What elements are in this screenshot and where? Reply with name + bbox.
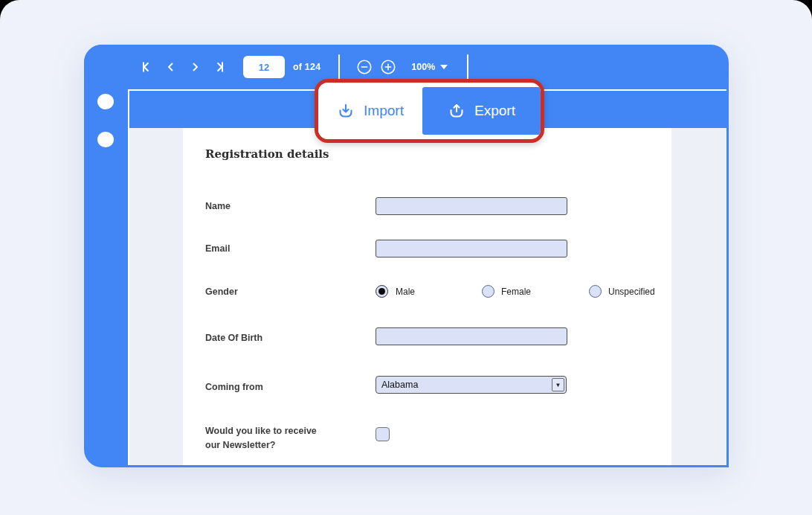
- previous-page-button[interactable]: [163, 58, 179, 76]
- toolbar-divider: [338, 54, 340, 80]
- window-body: Registration details Name Email Gender M…: [128, 89, 729, 467]
- binder-hole: [97, 94, 114, 109]
- binder-hole: [97, 132, 114, 147]
- zoom-out-button[interactable]: [356, 58, 373, 76]
- radio-male-label: Male: [396, 287, 415, 297]
- zoom-level-label[interactable]: 100%: [411, 62, 435, 72]
- chevron-down-icon[interactable]: [440, 65, 448, 69]
- email-label: Email: [205, 243, 230, 254]
- export-button-label: Export: [474, 103, 515, 119]
- window-left-strip: [84, 45, 128, 467]
- coming-from-select[interactable]: Alabama ▼: [376, 376, 567, 394]
- chevron-right-icon: [188, 60, 202, 74]
- dob-field[interactable]: [376, 327, 567, 345]
- export-button[interactable]: Export: [422, 87, 541, 135]
- page-total-label: of 124: [293, 62, 320, 72]
- gender-label: Gender: [205, 287, 238, 297]
- chevron-left-icon: [164, 60, 178, 74]
- toolbar-divider: [467, 54, 468, 80]
- radio-male[interactable]: [376, 285, 388, 298]
- radio-unspecified[interactable]: [589, 285, 602, 298]
- radio-female[interactable]: [482, 285, 494, 298]
- document-viewport: Registration details Name Email Gender M…: [129, 128, 726, 465]
- newsletter-checkbox[interactable]: [376, 427, 390, 441]
- coming-from-selected-value: Alabama: [381, 380, 418, 390]
- email-field[interactable]: [376, 240, 567, 258]
- minus-circle-icon: [356, 58, 373, 76]
- desktop-background: of 124 100% Registration details: [0, 0, 812, 515]
- newsletter-label: Would you like to receive our Newsletter…: [205, 424, 333, 452]
- export-upload-icon: [448, 102, 465, 120]
- first-page-icon: [140, 60, 155, 74]
- name-label: Name: [205, 201, 231, 211]
- zoom-in-button[interactable]: [380, 58, 396, 76]
- name-field[interactable]: [376, 197, 567, 215]
- import-export-callout: Import Export: [315, 79, 544, 143]
- page-number-input[interactable]: [243, 56, 285, 78]
- last-page-button[interactable]: [210, 58, 227, 76]
- last-page-icon: [211, 60, 226, 74]
- coming-from-label: Coming from: [205, 382, 263, 392]
- dob-label: Date Of Birth: [205, 333, 262, 343]
- select-dropdown-button[interactable]: ▼: [552, 378, 564, 391]
- radio-unspecified-label: Unspecified: [608, 287, 655, 297]
- import-button-label: Import: [364, 103, 404, 119]
- form-title: Registration details: [205, 147, 329, 161]
- plus-circle-icon: [380, 58, 396, 76]
- import-button[interactable]: Import: [318, 83, 422, 139]
- import-download-icon: [337, 102, 355, 120]
- radio-female-label: Female: [501, 287, 531, 297]
- pdf-page: Registration details Name Email Gender M…: [183, 128, 671, 465]
- next-page-button[interactable]: [187, 58, 203, 76]
- first-page-button[interactable]: [139, 58, 155, 76]
